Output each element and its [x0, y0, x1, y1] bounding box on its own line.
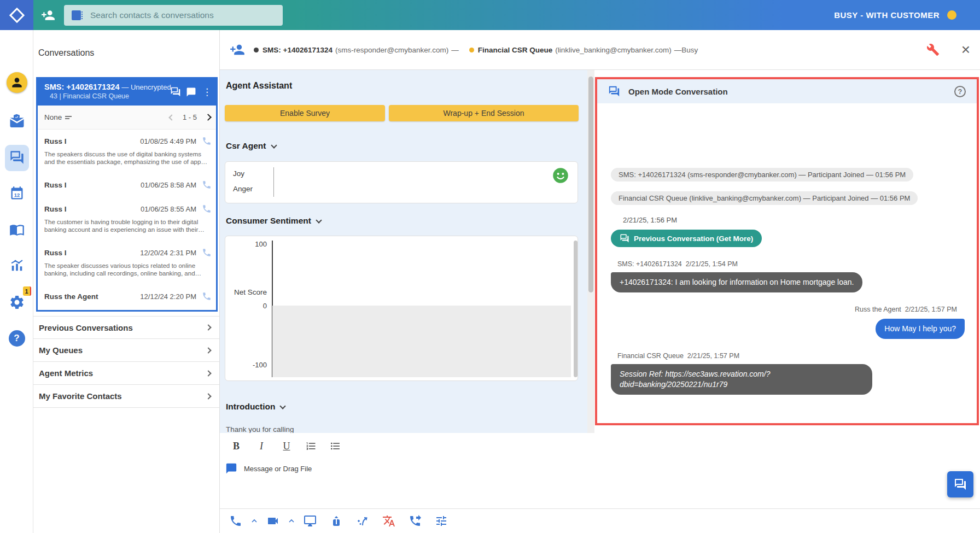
message-input-placeholder: Message or Drag File	[244, 465, 312, 473]
wrench-icon[interactable]	[926, 43, 940, 56]
call-options-chevron-icon[interactable]	[245, 517, 264, 525]
agent-assistant-panel: Agent Assistant Enable Survey Wrap-up + …	[220, 70, 587, 433]
dialpad-icon	[71, 9, 84, 22]
ytick-100: 100	[229, 240, 267, 248]
chat-multiple-icon	[608, 85, 620, 97]
introduction-section-header[interactable]: Introduction	[226, 402, 285, 412]
accordion-section-my-queues[interactable]: My Queues	[33, 339, 219, 362]
call-transfer-icon[interactable]	[406, 514, 424, 528]
message-input[interactable]: Message or Drag File	[225, 462, 980, 475]
sidebar-item-metrics[interactable]	[0, 258, 33, 273]
numbered-list-icon[interactable]	[306, 441, 317, 452]
bold-icon[interactable]: B	[230, 441, 242, 452]
accordion-section-my-favorite-contacts[interactable]: My Favorite Contacts	[33, 385, 219, 408]
csr-agent-section-header[interactable]: Csr Agent	[226, 141, 276, 151]
chat-multiple-icon	[954, 478, 967, 491]
session-separator: —	[451, 46, 459, 54]
chat-multiple-icon[interactable]	[170, 86, 181, 97]
ytick-neg100: -100	[229, 361, 267, 369]
person-add-icon[interactable]	[230, 42, 245, 57]
settings-sliders-icon[interactable]	[432, 514, 451, 528]
svg-text:12: 12	[14, 192, 19, 198]
conversation-list-item[interactable]: Russ I12/20/24 2:31 PMThe speaker discus…	[38, 241, 216, 285]
sidebar-item-help[interactable]: ?	[0, 330, 33, 347]
search-input[interactable]	[90, 10, 276, 20]
italic-icon[interactable]: I	[255, 441, 267, 452]
chart-scrollbar[interactable]	[574, 241, 578, 377]
filter-icon[interactable]	[65, 115, 72, 120]
phone-icon[interactable]	[202, 180, 212, 190]
enable-survey-button[interactable]: Enable Survey	[225, 105, 385, 121]
conversation-date: 12/12/24 2:20 PM	[140, 292, 196, 301]
sidebar-item-inbox[interactable]	[0, 114, 33, 130]
bullet-list-icon[interactable]	[330, 441, 341, 452]
emotion-axis-line	[273, 167, 274, 197]
sidebar-item-calendar[interactable]: 12	[0, 186, 33, 201]
underline-icon[interactable]: U	[281, 441, 293, 452]
smart-reply-icon[interactable]	[353, 514, 372, 528]
new-chat-button[interactable]	[947, 471, 973, 497]
chevron-right-icon	[205, 370, 211, 376]
phone-icon[interactable]	[202, 248, 212, 257]
call-icon[interactable]	[226, 514, 245, 528]
incoming-message-bubble: +14026171324: I am looking for informati…	[611, 272, 862, 292]
conversation-list-item[interactable]: Russ the Agent12/12/24 2:20 PM	[38, 285, 216, 309]
help-question-icon[interactable]: ?	[954, 86, 966, 97]
agent-status[interactable]: BUSY - WITH CUSTOMER	[834, 10, 980, 20]
search-box[interactable]	[64, 5, 283, 26]
page-next-icon[interactable]	[205, 114, 212, 121]
sidebar-item-contacts[interactable]	[0, 222, 33, 237]
chat-multiple-icon	[620, 233, 629, 243]
page-prev-icon[interactable]	[168, 114, 174, 120]
message-composer[interactable]: B I U Message or Drag File	[220, 433, 980, 508]
panel-scrollbar-track[interactable]	[587, 70, 594, 433]
consumer-sentiment-section-header[interactable]: Consumer Sentiment	[226, 216, 321, 226]
sms-status-dot	[254, 48, 259, 52]
accordion-section-agent-metrics[interactable]: Agent Metrics	[33, 362, 219, 385]
chat-icon[interactable]	[186, 87, 196, 97]
phone-icon[interactable]	[202, 136, 212, 146]
video-call-icon[interactable]	[264, 514, 282, 528]
panel-scrollbar-thumb[interactable]	[588, 77, 593, 292]
conversation-date: 01/06/25 8:55 AM	[141, 205, 196, 213]
translate-icon[interactable]	[380, 514, 398, 528]
call-toolbar	[220, 508, 980, 533]
conversation-list-item[interactable]: Russ I01/08/25 4:49 PMThe speakers discu…	[38, 130, 216, 173]
chevron-down-icon	[280, 403, 286, 409]
accordion-section-previous-conversations[interactable]: Previous Conversations	[33, 316, 219, 339]
close-icon[interactable]: ×	[961, 42, 970, 57]
phone-icon[interactable]	[202, 204, 212, 214]
open-mode-header: Open Mode Conversation ?	[597, 79, 977, 103]
sidebar-item-conversations[interactable]	[0, 150, 33, 165]
conversation-card-header[interactable]: SMS: +14026171324 — Unencrypted 43 | Fin…	[38, 79, 216, 106]
app-logo[interactable]	[0, 0, 33, 30]
outgoing-message-bubble: How May I help you?	[876, 319, 965, 339]
conversation-date: 12/20/24 2:31 PM	[140, 249, 196, 257]
gear-icon	[9, 294, 25, 311]
agent-status-label: BUSY - WITH CUSTOMER	[834, 10, 940, 20]
sidebar-item-settings[interactable]: 1	[0, 294, 33, 311]
video-options-chevron-icon[interactable]	[282, 517, 301, 525]
sentiment-chart: 100 Net Score 0 -100	[225, 236, 578, 381]
chevron-right-icon	[205, 324, 211, 330]
more-options-icon[interactable]: ⋮	[201, 87, 213, 97]
sidebar-item-profile[interactable]	[0, 72, 33, 93]
previous-conversation-button[interactable]: Previous Conversation (Get More)	[611, 230, 762, 247]
filter-value[interactable]: None	[44, 113, 62, 121]
emotion-label-anger: Anger	[233, 185, 253, 193]
message-history: SMS: +14026171324 (sms-responder@cmybank…	[597, 168, 977, 395]
conversation-list-item[interactable]: Russ I01/06/25 8:55 AMThe customer is ha…	[38, 197, 216, 241]
wrapup-end-session-button[interactable]: Wrap-up + End Session	[389, 105, 579, 121]
accordion-section-label: My Favorite Contacts	[39, 391, 122, 401]
open-contact-icon[interactable]	[41, 8, 55, 22]
ytick-0: 0	[229, 302, 267, 310]
screen-share-icon[interactable]	[301, 514, 319, 528]
open-mode-conversation-panel: Open Mode Conversation ? SMS: +140261713…	[595, 77, 979, 425]
file-share-icon[interactable]	[327, 514, 346, 528]
help-icon: ?	[9, 330, 25, 347]
chevron-down-icon	[271, 142, 277, 148]
metrics-icon	[9, 258, 25, 273]
session-queue-email: (linklive_banking@cmybanker.com)	[555, 46, 672, 54]
phone-icon[interactable]	[202, 291, 212, 301]
conversation-list-item[interactable]: Russ I01/06/25 8:58 AM	[38, 173, 216, 197]
